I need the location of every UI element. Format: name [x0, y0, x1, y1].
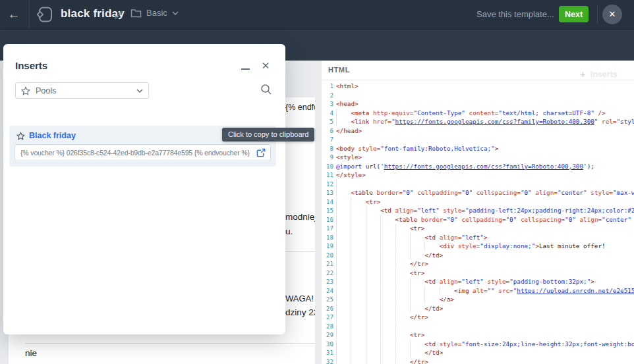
- code-line[interactable]: 3<head>: [322, 99, 634, 109]
- code-line[interactable]: 26</td>: [322, 304, 634, 313]
- code-editor[interactable]: 1<html>23<head>4<meta http-equiv="Conten…: [322, 82, 634, 364]
- code-line[interactable]: 17<tr>: [322, 224, 634, 233]
- line-number: 26: [322, 304, 333, 313]
- code-line[interactable]: 11</style>: [322, 170, 634, 180]
- preview-text-fragment: dziny 23: [285, 307, 315, 317]
- code-line[interactable]: 6</head>: [322, 126, 634, 136]
- indent-guides: [336, 251, 424, 259]
- line-number: 18: [322, 233, 333, 242]
- line-number: 27: [322, 313, 333, 322]
- inserts-button-label: Inserts: [591, 70, 618, 79]
- code-line[interactable]: 18<td align="left">: [322, 233, 634, 242]
- save-template-dropdown[interactable]: Save this template...: [476, 9, 566, 19]
- code-line[interactable]: 30<td style="font-size:24px;line-height:…: [322, 340, 634, 349]
- code-line[interactable]: 5<link href="https://fonts.googleapis.co…: [322, 117, 634, 126]
- code-line[interactable]: 22<tr>: [322, 269, 634, 278]
- code-line[interactable]: 15<td align="left" style="padding-left:2…: [322, 206, 634, 215]
- back-button[interactable]: ←: [5, 6, 22, 23]
- preview-text-fragment: u.: [285, 226, 293, 236]
- indent-guides: [336, 295, 440, 303]
- code-line[interactable]: 10@import url('https://fonts.googleapis.…: [322, 162, 634, 171]
- code-line[interactable]: 25</a>: [322, 295, 634, 304]
- code-line[interactable]: 19<div style="display:none;">Last minute…: [322, 242, 634, 251]
- search-button[interactable]: [260, 84, 274, 97]
- indent-guides: [336, 357, 410, 364]
- code-line[interactable]: 13<table border="0" cellpadding="0" cell…: [322, 188, 634, 197]
- code-line[interactable]: 16<table border="0" cellpadding="0" cell…: [322, 215, 634, 224]
- line-number: 20: [322, 251, 333, 260]
- line-number: 23: [322, 277, 333, 286]
- star-icon: [21, 86, 30, 95]
- preview-text-fragment: {% endfo: [285, 103, 315, 112]
- indent-guides: [336, 233, 424, 242]
- copy-icon: [256, 148, 266, 158]
- line-number: 3: [322, 99, 333, 109]
- code-line[interactable]: 32</tr>: [322, 357, 634, 364]
- code-line[interactable]: 23<td align="left" style="padding-bottom…: [322, 277, 634, 286]
- preview-text-fragment: nie: [25, 348, 37, 358]
- line-number: 22: [322, 269, 333, 278]
- pools-dropdown[interactable]: Pools: [15, 82, 149, 99]
- folder-selector[interactable]: Basic: [130, 8, 179, 18]
- line-number: 28: [322, 322, 333, 331]
- folder-label: Basic: [146, 8, 167, 18]
- indent-guides: [336, 269, 410, 277]
- indent-guides: [336, 330, 410, 339]
- minimize-button[interactable]: [239, 61, 252, 74]
- code-line[interactable]: 28: [322, 322, 634, 331]
- line-number: 2: [322, 91, 333, 100]
- indent-guides: [336, 109, 351, 117]
- line-number: 10: [322, 162, 333, 171]
- line-number: 5: [322, 117, 333, 126]
- next-button[interactable]: Next: [559, 6, 589, 22]
- code-line[interactable]: 1<html>: [322, 82, 634, 91]
- copy-to-clipboard-button[interactable]: [256, 146, 270, 159]
- minimize-icon: [241, 68, 250, 70]
- line-number: 7: [322, 135, 333, 144]
- code-line[interactable]: 31</td>: [322, 348, 634, 357]
- code-line[interactable]: 24<img alt="" src="https://upload.snrcdn…: [322, 286, 634, 296]
- line-number: 32: [322, 357, 333, 364]
- voucher-code-box: [14, 144, 271, 161]
- line-number: 13: [322, 188, 333, 197]
- line-number: 17: [322, 224, 333, 233]
- edit-title-icon[interactable]: [113, 9, 124, 20]
- code-line[interactable]: 2: [322, 91, 634, 100]
- code-line[interactable]: 4<meta http-equiv="Content-Type" content…: [322, 109, 634, 118]
- pool-name-link[interactable]: Black friday: [29, 131, 76, 140]
- search-icon: [260, 84, 272, 95]
- code-line[interactable]: 21</tr>: [322, 259, 634, 269]
- voucher-code-input[interactable]: [15, 145, 256, 161]
- star-icon: [16, 132, 25, 140]
- line-number: 1: [322, 82, 333, 91]
- inserts-button[interactable]: + Inserts: [580, 68, 618, 80]
- line-number: 4: [322, 109, 333, 118]
- line-number: 8: [322, 144, 333, 153]
- code-line[interactable]: 14<tr>: [322, 197, 634, 207]
- modal-title: Inserts: [15, 60, 47, 71]
- code-line[interactable]: 27</tr>: [322, 313, 634, 322]
- code-line[interactable]: 20</td>: [322, 251, 634, 260]
- html-code-panel: HTML 1<html>23<head>4<meta http-equiv="C…: [322, 61, 634, 364]
- line-number: 30: [322, 340, 333, 349]
- chevron-down-icon: [172, 11, 179, 15]
- line-number: 19: [322, 242, 333, 251]
- indent-guides: [336, 322, 410, 330]
- line-number: 12: [322, 180, 333, 189]
- indent-guides: [336, 277, 424, 286]
- code-line[interactable]: 9<style>: [322, 153, 634, 162]
- modal-close-button[interactable]: ✕: [258, 59, 273, 73]
- indent-guides: [336, 188, 351, 197]
- line-number: 6: [322, 126, 333, 136]
- code-line[interactable]: 8<body style="font-family:Roboto,Helveti…: [322, 144, 634, 153]
- indent-guides: [336, 242, 440, 250]
- save-template-label: Save this template...: [476, 9, 554, 19]
- indent-guides: [336, 215, 395, 224]
- close-editor-button[interactable]: ✕: [602, 5, 622, 24]
- code-line[interactable]: 29<tr>: [322, 330, 634, 340]
- code-line[interactable]: 7: [322, 135, 634, 144]
- line-number: 24: [322, 286, 333, 296]
- code-line[interactable]: 12: [322, 180, 634, 189]
- line-number: 21: [322, 259, 333, 269]
- line-number: 29: [322, 330, 333, 340]
